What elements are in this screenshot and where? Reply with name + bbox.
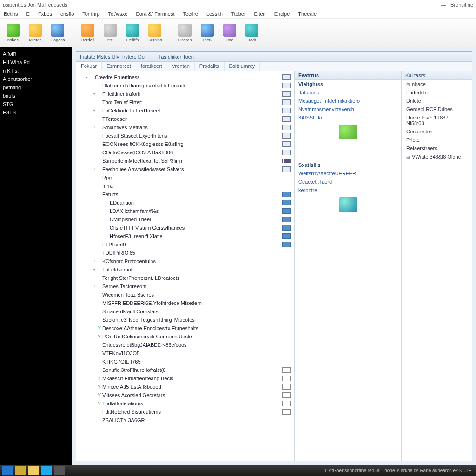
task-icon-2[interactable] <box>28 466 39 475</box>
toolbar-Esfliffs[interactable]: Esfliffs <box>122 23 143 43</box>
right-item[interactable]: Refaerstraers <box>402 144 472 152</box>
expand-icon[interactable]: + <box>91 267 98 272</box>
subtab-4[interactable]: Prodalits <box>195 62 225 71</box>
mid-link[interactable]: Mesaeget imtdefrnikaktiero <box>295 97 401 105</box>
menu-11[interactable]: Encipe <box>274 11 290 17</box>
tree-row[interactable]: Sonufle 3troFlhure Iofraist(0 <box>76 366 294 374</box>
menu-1[interactable]: E <box>26 11 30 17</box>
subtab-0[interactable]: Fokuar <box>76 62 102 71</box>
tree-row[interactable]: YPOd RettCekosreoryck Gertrums Uosle <box>76 332 294 341</box>
tree-row[interactable]: Dlatitere daRiansgmviefart ti Forauilr <box>76 81 294 90</box>
expand-icon[interactable]: + <box>91 259 98 264</box>
subtab-1[interactable]: Esmnorcet <box>102 62 136 71</box>
tree-row[interactable]: ClisreTFFFVistum Gerswlhances <box>76 224 294 232</box>
nav-item-1[interactable]: HILWiha Pd <box>3 60 69 65</box>
mid-link[interactable]: Ceaetetr.Taerd <box>295 178 401 186</box>
tree-row[interactable]: LDAX ictharr fam/f%s <box>76 207 294 215</box>
right-item[interactable]: Fadertiltn <box>402 88 472 97</box>
tree-row[interactable]: CMinplsned Theel <box>76 215 294 224</box>
tree-row[interactable]: HfoserE3 Ireen ff Xiatie <box>76 232 294 240</box>
toolbar-Mtetes[interactable]: Mtetes <box>25 23 46 43</box>
tree-row[interactable]: StirrberteimMteetIdxat tet S5P3lirrn <box>76 157 294 165</box>
toolbar-nsbec[interactable]: nsbec <box>3 23 23 43</box>
tree-row[interactable]: MISFFRIEDDEERI6E.Yfofhtrdece Mfsetlern <box>76 299 294 307</box>
expand-icon[interactable]: ⊞ <box>406 155 410 159</box>
tree-row[interactable]: Snracerdktanll Coorstats <box>76 307 294 316</box>
tree-row[interactable]: YTudtatforletatioms <box>76 399 294 408</box>
mid-link[interactable]: Itafusass <box>295 88 401 97</box>
tree-row[interactable]: COdfoCissse(ICO\TA Ba&8006 <box>76 148 294 157</box>
toolbar-Bcrdetl[interactable]: Bcrdetl <box>78 23 98 43</box>
menu-12[interactable]: Theeale <box>298 11 317 17</box>
toolbar-ste[interactable]: ste <box>100 23 120 43</box>
mid-link[interactable]: 3AISSEdo <box>295 113 401 122</box>
menu-6[interactable]: Eora &f Fornnest <box>136 11 174 17</box>
tree-row[interactable]: Inrra <box>76 182 294 190</box>
right-item[interactable]: ⊞VWiate 348&f8 Olgnc <box>402 152 472 161</box>
tree-row[interactable]: +KCfsnnrclProtcoentuins <box>76 257 294 265</box>
toolbar-Cseres[interactable]: Cseres <box>175 23 195 43</box>
tree-row[interactable]: YMinitee Att5 EstA:f8beoed <box>76 383 294 391</box>
menu-9[interactable]: Ttober <box>231 11 246 17</box>
nav-item-5[interactable]: bnufs <box>3 93 69 99</box>
nav-item-3[interactable]: A,enutsorber <box>3 76 69 82</box>
tree-row[interactable]: Rpg <box>76 173 294 182</box>
tree-row[interactable]: YDescoxe:AAthare Ennclpesrtx Etuneshnits <box>76 324 294 332</box>
tree-row[interactable]: +Feethouee Arrwostledwaset Saivers <box>76 165 294 173</box>
expand-icon[interactable]: + <box>91 125 98 130</box>
expand-icon[interactable]: + <box>91 92 98 96</box>
expand-icon[interactable]: ⊞ <box>406 82 410 87</box>
tree-row[interactable]: +StNantives Metitans <box>76 123 294 132</box>
tree-panel[interactable]: -Cteetire FruertinessDlatitere daRiansgm… <box>76 71 295 461</box>
tree-row[interactable]: +FHetitiner trafork <box>76 90 294 98</box>
tree-row[interactable]: TDDfPrRIOl65 <box>76 249 294 257</box>
nav-item-7[interactable]: FSTS <box>3 110 69 115</box>
tree-row[interactable]: KTfKG7GIE.f765 <box>76 357 294 366</box>
subtab-3[interactable]: Vrentan <box>167 62 195 71</box>
toolbar-Gagasa[interactable]: Gagasa <box>47 23 68 43</box>
tree-row[interactable]: FditNetched Sisaroutiems <box>76 408 294 416</box>
tree-row[interactable]: ZSALICTY 3A6GR <box>76 416 294 424</box>
tree-row[interactable]: YMkaescrt Eirriatteorteang Becls <box>76 374 294 383</box>
task-icon-4[interactable] <box>54 466 65 475</box>
toolbar-Tote[interactable]: Tote <box>219 23 240 43</box>
expand-icon[interactable]: + <box>91 108 98 113</box>
task-icon-1[interactable] <box>15 466 26 475</box>
menu-8[interactable]: Lessith <box>206 11 223 17</box>
right-item[interactable]: Priote <box>402 136 472 144</box>
nav-item-2[interactable]: n KTls: <box>3 68 69 73</box>
tree-row[interactable]: Feturts <box>76 190 294 198</box>
toolbar-Gersion[interactable]: Gersion <box>145 23 165 43</box>
tree-row[interactable]: EOONsees ffCKK8ogiesss-E8.slirrg <box>76 140 294 148</box>
menu-4[interactable]: Tor thrp <box>82 11 99 17</box>
tree-row[interactable]: YViitsees Acorsied Gecretars <box>76 391 294 399</box>
tree-row[interactable]: Thot Ten af Firter; <box>76 98 294 106</box>
tree-row[interactable]: +Sernes.Tactoreeom <box>76 282 294 291</box>
tree-row[interactable]: Wicomen Teaz Bsclres <box>76 291 294 299</box>
tree-row[interactable]: TTertoeser <box>76 115 294 123</box>
start-button[interactable] <box>2 466 13 475</box>
nav-item-4[interactable]: pethting <box>3 85 69 90</box>
expand-icon[interactable]: + <box>91 284 98 289</box>
tree-row[interactable]: EI Pl sert9 <box>76 240 294 249</box>
menu-2[interactable]: Fxbes <box>38 11 52 17</box>
tree-row[interactable]: VTEKoVl1O3O5 <box>76 349 294 357</box>
right-item[interactable]: Unete fose: 1T837 Nf58:03 <box>402 113 472 127</box>
tree-row[interactable]: Teright SterFnerrersnt. LDroatocts <box>76 274 294 282</box>
mid-link[interactable]: kerontre <box>295 186 401 194</box>
expand-icon[interactable]: - <box>84 75 90 79</box>
nav-item-6[interactable]: STG <box>3 101 69 107</box>
tree-row[interactable]: Foesalt Stusect Exyerthiteris <box>76 132 294 140</box>
tree-row[interactable]: +Tht etdsarnot <box>76 265 294 274</box>
menu-5[interactable]: Tet'wsxe <box>108 11 128 17</box>
menu-3[interactable]: ensfio <box>60 11 74 17</box>
menu-0[interactable]: Betins <box>4 11 18 17</box>
right-item[interactable]: Conuerstes <box>402 127 472 136</box>
toolbar-Tedt[interactable]: Tedt <box>242 23 262 43</box>
menu-10[interactable]: Eiten <box>254 11 266 17</box>
right-item[interactable]: Geroeol RCF Dribes <box>402 105 472 113</box>
mid-link[interactable]: Weitsrrry/XectreUERFER <box>295 169 401 178</box>
toolbar-Toetk[interactable]: Toetk <box>197 23 218 43</box>
subtab-5[interactable]: Ealtt urnrcy <box>225 62 260 71</box>
mid-link[interactable]: Nvatr mosmer vntaverch <box>295 105 401 113</box>
